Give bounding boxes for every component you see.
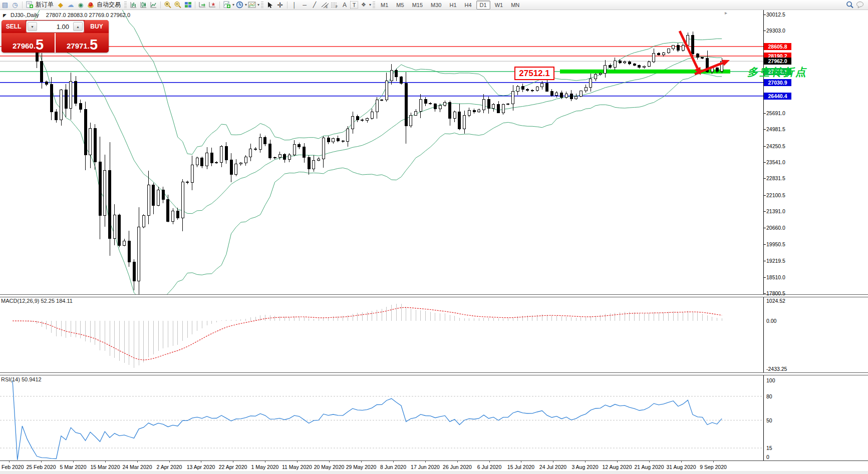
time-axis-label: 26 Jun 2020	[443, 464, 472, 470]
text-tool-icon[interactable]: A	[340, 1, 349, 9]
timeframe-m1[interactable]: M1	[377, 1, 392, 10]
auto-trading-icon[interactable]	[86, 1, 95, 9]
bar-chart-mode-icon[interactable]	[129, 1, 138, 9]
time-axis-label: 16 Feb 2020	[0, 464, 24, 470]
timeframe-d1[interactable]: D1	[476, 1, 490, 10]
timeframe-m15[interactable]: M15	[409, 1, 426, 10]
news-feed-icon[interactable]: ◉	[76, 1, 85, 9]
chart-ohlc-values: 27807.0 28083.0 27769.0 27962.0	[46, 12, 130, 18]
timeframe-w1[interactable]: W1	[491, 1, 507, 10]
buy-price-pips: 5	[90, 39, 98, 51]
time-axis-label: 15 Jul 2020	[507, 464, 534, 470]
price-axis-tickmark	[763, 146, 766, 147]
timeframe-m5[interactable]: M5	[393, 1, 407, 10]
periods-icon[interactable]	[235, 1, 244, 9]
time-axis-label: 22 Apr 2020	[219, 464, 247, 470]
price-axis-tickmark	[763, 129, 766, 130]
new-chart-window-icon[interactable]: ▤	[1, 1, 10, 9]
volume-increase-icon[interactable]: ▲	[73, 22, 83, 31]
price-axis-tickmark	[763, 277, 766, 278]
bollinger-bands-layer	[13, 0, 722, 302]
price-axis-tick-label: 24981.5	[766, 126, 785, 132]
time-axis-label: 13 Apr 2020	[187, 464, 215, 470]
sell-price-main: 27960.	[13, 41, 36, 51]
chart-canvas[interactable]	[0, 0, 868, 474]
price-axis-tick-label: 24250.5	[766, 143, 785, 149]
new-order-button[interactable]: 新订单	[36, 1, 54, 9]
time-axis-tickmark	[297, 460, 298, 462]
search-icon[interactable]	[845, 1, 854, 9]
volume-decrease-icon[interactable]: ▼	[28, 22, 37, 31]
time-axis-label: 25 Feb 2020	[27, 464, 56, 470]
fibonacci-tool-icon[interactable]: F	[330, 1, 339, 9]
time-axis-tickmark	[137, 460, 138, 462]
volume-stepper[interactable]: ▼ 1.00 ▲	[26, 21, 84, 33]
vertical-line-tool-icon[interactable]: │	[290, 1, 299, 9]
zoom-in-icon[interactable]	[163, 1, 172, 9]
price-axis-tickmark	[763, 113, 766, 114]
arrows-tool-icon[interactable]: ❖	[359, 1, 368, 9]
macd-indicator-label: MACD(12,26,9) 52.25 184.11	[1, 298, 73, 304]
price-axis-tick-label: 30012.5	[766, 12, 785, 18]
candlestick-mode-icon[interactable]	[139, 1, 148, 9]
trendline-tool-icon[interactable]: ╱	[310, 1, 319, 9]
price-axis-tickmark	[763, 211, 766, 212]
price-level-badge: 26440.4	[764, 93, 791, 100]
periods-caret-icon[interactable]: ▾	[245, 3, 247, 7]
time-axis-label: 24 Jul 2020	[539, 464, 566, 470]
chat-icon[interactable]	[855, 1, 864, 9]
toolbar-separator	[219, 2, 220, 9]
line-chart-mode-icon[interactable]	[149, 1, 158, 9]
buy-button[interactable]: BUY	[85, 20, 109, 33]
cursor-icon[interactable]	[265, 1, 274, 9]
toolbar-grip[interactable]	[373, 2, 375, 9]
buy-price[interactable]: 27971.5	[56, 33, 109, 53]
price-axis-tick-label: 20660.0	[766, 225, 785, 231]
price-axis-tick-label: 19219.5	[766, 258, 785, 264]
timeframe-m30[interactable]: M30	[427, 1, 445, 10]
timeframe-mn[interactable]: MN	[507, 1, 523, 10]
timeframe-h1[interactable]: H1	[446, 1, 460, 10]
templates-caret-icon[interactable]: ▾	[257, 3, 259, 7]
indicators-add-icon[interactable]	[222, 1, 231, 9]
equidistant-channel-tool-icon[interactable]: E	[320, 1, 329, 9]
text-label-tool-icon[interactable]: T	[350, 1, 358, 9]
time-axis-label: 31 Aug 2020	[667, 464, 696, 470]
price-axis-tickmark	[763, 15, 766, 15]
pane-separator-main-macd[interactable]	[0, 294, 868, 297]
toolbar-separator	[195, 2, 195, 9]
price-axis-tick-label: 21391.0	[766, 208, 785, 214]
zoom-out-icon[interactable]	[173, 1, 182, 9]
signals-icon[interactable]: ☁	[66, 1, 75, 9]
tile-windows-icon[interactable]	[183, 1, 192, 9]
chart-history-icon[interactable]: ◷	[11, 1, 20, 9]
time-axis-tickmark	[617, 460, 618, 462]
timeframe-h4[interactable]: H4	[461, 1, 475, 10]
sell-price-pips: 5	[36, 39, 44, 51]
new-order-icon[interactable]	[25, 1, 34, 9]
indicators-caret-icon[interactable]: ▾	[232, 3, 234, 7]
time-axis-label: 24 Mar 2020	[123, 464, 152, 470]
auto-scroll-icon[interactable]	[198, 1, 207, 9]
chart-shift-icon[interactable]	[208, 1, 217, 9]
level-annotation-box[interactable]: 27512.1	[514, 67, 554, 80]
horizontal-line-tool-icon[interactable]: ─	[300, 1, 309, 9]
volume-value[interactable]: 1.00	[38, 21, 72, 32]
templates-icon[interactable]	[247, 1, 256, 9]
auto-trading-button[interactable]: 自动交易	[97, 1, 121, 9]
arrows-caret-icon[interactable]: ▾	[369, 3, 371, 7]
time-axis-label: 15 Mar 2020	[91, 464, 120, 470]
price-axis-tick-label: 22831.5	[766, 175, 785, 181]
time-axis-label: 2 Apr 2020	[157, 464, 182, 470]
macd-axis-tick-label: -2433.25	[766, 366, 787, 372]
pane-separator-macd-rsi[interactable]	[0, 372, 868, 375]
price-axis-tick-label: 17800.5	[766, 290, 785, 296]
one-click-panel-toggle-icon[interactable]: ◤	[3, 13, 7, 18]
toolbar-grip[interactable]	[261, 2, 263, 9]
sell-button[interactable]: SELL	[2, 20, 26, 33]
sell-price[interactable]: 27960.5	[2, 33, 56, 53]
chinese-note-annotation[interactable]: 多空转折点	[747, 65, 807, 79]
toolbar-grip[interactable]	[124, 2, 127, 9]
market-watch-icon[interactable]: ◆	[56, 1, 65, 9]
crosshair-icon[interactable]: ✛	[275, 1, 284, 9]
